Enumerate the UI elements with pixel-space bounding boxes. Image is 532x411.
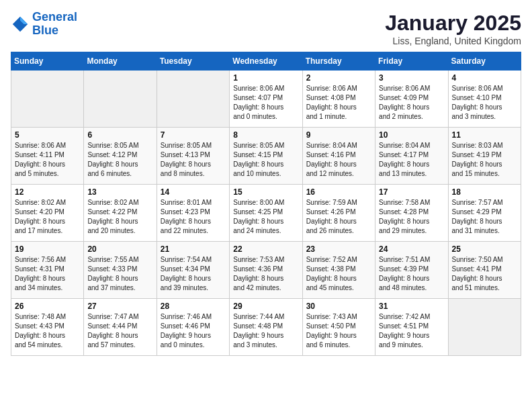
calendar-cell: 8Sunrise: 8:05 AMSunset: 4:15 PMDaylight… (230, 128, 302, 185)
title-area: January 2025 Liss, England, United Kingd… (385, 11, 521, 46)
calendar-cell: 16Sunrise: 7:59 AMSunset: 4:26 PMDayligh… (302, 185, 375, 242)
logo-icon (11, 15, 30, 34)
calendar-body: 1Sunrise: 8:06 AMSunset: 4:07 PMDaylight… (11, 71, 521, 356)
day-info: Sunrise: 7:51 AMSunset: 4:39 PMDaylight:… (379, 255, 444, 293)
day-number: 28 (161, 302, 226, 311)
day-number: 30 (306, 302, 371, 311)
day-number: 5 (15, 130, 80, 140)
day-number: 17 (379, 187, 444, 197)
day-info: Sunrise: 7:48 AMSunset: 4:43 PMDaylight:… (15, 312, 80, 350)
calendar-table: SundayMondayTuesdayWednesdayThursdayFrid… (11, 52, 521, 356)
calendar-cell: 1Sunrise: 8:06 AMSunset: 4:07 PMDaylight… (230, 71, 302, 128)
calendar-cell (11, 71, 84, 128)
day-info: Sunrise: 7:54 AMSunset: 4:34 PMDaylight:… (161, 255, 226, 293)
calendar-title: January 2025 (385, 11, 521, 36)
weekday-header-tuesday: Tuesday (157, 52, 229, 71)
calendar-cell: 31Sunrise: 7:42 AMSunset: 4:51 PMDayligh… (375, 299, 448, 356)
day-info: Sunrise: 8:06 AMSunset: 4:08 PMDaylight:… (306, 84, 371, 122)
day-number: 12 (15, 187, 80, 197)
day-info: Sunrise: 8:00 AMSunset: 4:25 PMDaylight:… (233, 198, 298, 236)
day-info: Sunrise: 8:02 AMSunset: 4:22 PMDaylight:… (87, 198, 152, 236)
calendar-cell: 13Sunrise: 8:02 AMSunset: 4:22 PMDayligh… (84, 185, 157, 242)
day-info: Sunrise: 8:05 AMSunset: 4:12 PMDaylight:… (87, 141, 152, 179)
calendar-cell: 24Sunrise: 7:51 AMSunset: 4:39 PMDayligh… (375, 242, 448, 299)
day-info: Sunrise: 8:06 AMSunset: 4:09 PMDaylight:… (379, 84, 444, 122)
calendar-cell: 3Sunrise: 8:06 AMSunset: 4:09 PMDaylight… (375, 71, 448, 128)
calendar-cell: 28Sunrise: 7:46 AMSunset: 4:46 PMDayligh… (157, 299, 229, 356)
logo: General Blue (11, 11, 77, 38)
calendar-cell: 17Sunrise: 7:58 AMSunset: 4:28 PMDayligh… (375, 185, 448, 242)
calendar-cell (448, 299, 521, 356)
calendar-cell: 14Sunrise: 8:01 AMSunset: 4:23 PMDayligh… (157, 185, 229, 242)
calendar-cell: 5Sunrise: 8:06 AMSunset: 4:11 PMDaylight… (11, 128, 84, 185)
calendar-cell: 15Sunrise: 8:00 AMSunset: 4:25 PMDayligh… (230, 185, 302, 242)
day-number: 13 (87, 187, 152, 197)
calendar-cell: 27Sunrise: 7:47 AMSunset: 4:44 PMDayligh… (84, 299, 157, 356)
calendar-cell: 29Sunrise: 7:44 AMSunset: 4:48 PMDayligh… (230, 299, 302, 356)
weekday-header-monday: Monday (84, 52, 157, 71)
logo-line1: General (32, 10, 77, 24)
day-info: Sunrise: 7:43 AMSunset: 4:50 PMDaylight:… (306, 312, 371, 350)
weekday-header-sunday: Sunday (11, 52, 84, 71)
day-info: Sunrise: 7:53 AMSunset: 4:36 PMDaylight:… (233, 255, 298, 293)
calendar-cell: 20Sunrise: 7:55 AMSunset: 4:33 PMDayligh… (84, 242, 157, 299)
calendar-cell: 30Sunrise: 7:43 AMSunset: 4:50 PMDayligh… (302, 299, 375, 356)
calendar-week-4: 19Sunrise: 7:56 AMSunset: 4:31 PMDayligh… (11, 242, 521, 299)
day-number: 21 (161, 244, 226, 254)
calendar-cell: 11Sunrise: 8:03 AMSunset: 4:19 PMDayligh… (448, 128, 521, 185)
calendar-cell: 7Sunrise: 8:05 AMSunset: 4:13 PMDaylight… (157, 128, 229, 185)
calendar-cell: 2Sunrise: 8:06 AMSunset: 4:08 PMDaylight… (302, 71, 375, 128)
day-info: Sunrise: 7:47 AMSunset: 4:44 PMDaylight:… (87, 312, 152, 350)
weekday-header-friday: Friday (375, 52, 448, 71)
day-info: Sunrise: 8:06 AMSunset: 4:10 PMDaylight:… (452, 84, 517, 122)
day-number: 1 (233, 73, 298, 83)
day-info: Sunrise: 8:05 AMSunset: 4:13 PMDaylight:… (161, 141, 226, 179)
day-number: 4 (452, 73, 517, 83)
calendar-cell: 22Sunrise: 7:53 AMSunset: 4:36 PMDayligh… (230, 242, 302, 299)
calendar-cell: 10Sunrise: 8:04 AMSunset: 4:17 PMDayligh… (375, 128, 448, 185)
day-number: 10 (379, 130, 444, 140)
weekday-header-thursday: Thursday (302, 52, 375, 71)
day-info: Sunrise: 8:02 AMSunset: 4:20 PMDaylight:… (15, 198, 80, 236)
day-number: 31 (379, 302, 444, 311)
day-info: Sunrise: 8:06 AMSunset: 4:07 PMDaylight:… (233, 84, 298, 122)
calendar-cell (157, 71, 229, 128)
day-info: Sunrise: 7:52 AMSunset: 4:38 PMDaylight:… (306, 255, 371, 293)
calendar-cell: 9Sunrise: 8:04 AMSunset: 4:16 PMDaylight… (302, 128, 375, 185)
day-number: 26 (15, 302, 80, 311)
calendar-cell (84, 71, 157, 128)
calendar-header: SundayMondayTuesdayWednesdayThursdayFrid… (11, 52, 521, 71)
calendar-cell: 6Sunrise: 8:05 AMSunset: 4:12 PMDaylight… (84, 128, 157, 185)
day-number: 20 (87, 244, 152, 254)
logo-line2: Blue (32, 24, 58, 37)
calendar-cell: 18Sunrise: 7:57 AMSunset: 4:29 PMDayligh… (448, 185, 521, 242)
day-info: Sunrise: 8:06 AMSunset: 4:11 PMDaylight:… (15, 141, 80, 179)
day-number: 22 (233, 244, 298, 254)
day-info: Sunrise: 7:59 AMSunset: 4:26 PMDaylight:… (306, 198, 371, 236)
day-number: 7 (161, 130, 226, 140)
day-number: 9 (306, 130, 371, 140)
day-number: 6 (87, 130, 152, 140)
day-info: Sunrise: 7:58 AMSunset: 4:28 PMDaylight:… (379, 198, 444, 236)
day-number: 3 (379, 73, 444, 83)
day-number: 16 (306, 187, 371, 197)
calendar-cell: 4Sunrise: 8:06 AMSunset: 4:10 PMDaylight… (448, 71, 521, 128)
day-number: 27 (87, 302, 152, 311)
day-number: 15 (233, 187, 298, 197)
day-number: 24 (379, 244, 444, 254)
day-info: Sunrise: 7:50 AMSunset: 4:41 PMDaylight:… (452, 255, 517, 293)
calendar-cell: 19Sunrise: 7:56 AMSunset: 4:31 PMDayligh… (11, 242, 84, 299)
calendar-cell: 25Sunrise: 7:50 AMSunset: 4:41 PMDayligh… (448, 242, 521, 299)
weekday-header-wednesday: Wednesday (230, 52, 302, 71)
day-info: Sunrise: 7:44 AMSunset: 4:48 PMDaylight:… (233, 312, 298, 350)
day-info: Sunrise: 8:01 AMSunset: 4:23 PMDaylight:… (161, 198, 226, 236)
calendar-cell: 12Sunrise: 8:02 AMSunset: 4:20 PMDayligh… (11, 185, 84, 242)
day-info: Sunrise: 7:57 AMSunset: 4:29 PMDaylight:… (452, 198, 517, 236)
calendar-cell: 23Sunrise: 7:52 AMSunset: 4:38 PMDayligh… (302, 242, 375, 299)
calendar-week-5: 26Sunrise: 7:48 AMSunset: 4:43 PMDayligh… (11, 299, 521, 356)
day-number: 2 (306, 73, 371, 83)
day-number: 8 (233, 130, 298, 140)
day-info: Sunrise: 8:03 AMSunset: 4:19 PMDaylight:… (452, 141, 517, 179)
calendar-week-3: 12Sunrise: 8:02 AMSunset: 4:20 PMDayligh… (11, 185, 521, 242)
day-number: 29 (233, 302, 298, 311)
